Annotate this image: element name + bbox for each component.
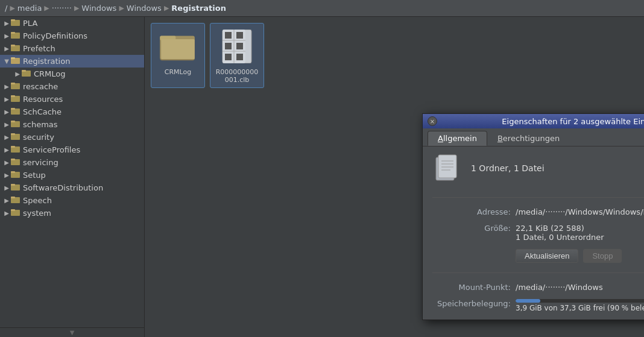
tree-arrow-icon: ▶ [2,159,11,166]
dialog-header-row: 1 Ordner, 1 Datei [432,154,644,187]
storage-row: Speicherbelegung: 3,9 GiB von 37,3 GiB f… [432,299,644,312]
folder-icon [11,56,21,66]
sidebar-item-rescache[interactable]: ▶rescache [0,80,144,93]
svg-rect-42 [225,32,232,39]
folder-icon [11,119,21,130]
sidebar-item-servicing[interactable]: ▶servicing [0,156,144,169]
breadcrumb-registration[interactable]: Registration [171,4,226,13]
file-item-crmlog-folder[interactable]: CRMLog [151,23,205,88]
svg-rect-5 [11,45,15,46]
size-sub: 1 Datei, 0 Unterordner [516,233,604,242]
breadcrumb-sep-0: ▶ [10,4,14,12]
file-area[interactable]: CRMLog R000000000001.clb × Eigen [145,17,644,337]
breadcrumb-sep-1: ▶ [44,4,49,12]
breadcrumb-root[interactable]: / [5,4,7,13]
sidebar-item-SoftwareDistribution[interactable]: ▶SoftwareDistribution [0,181,144,194]
dialog-title: Eigenschaften für 2 ausgewählte Einträge… [441,117,644,126]
breadcrumb-media[interactable]: media [17,4,42,13]
svg-rect-29 [11,197,15,198]
stop-button[interactable]: Stopp [583,249,622,263]
multi-file-icon [432,154,461,183]
tree-arrow-icon: ▶ [2,96,11,102]
folder-icon [11,31,21,41]
sidebar-item-PolicyDefinitions[interactable]: ▶PolicyDefinitions [0,30,144,42]
properties-dialog: × Eigenschaften für 2 ausgewählte Einträ… [422,113,644,320]
dialog-tabs: Allgemein Berechtigungen [423,128,644,146]
sidebar-item-security[interactable]: ▶security [0,131,144,143]
tree-arrow-icon: ▶ [2,146,11,153]
tree-arrow-icon: ▶ [2,109,11,115]
sidebar-item-Setup[interactable]: ▶Setup [0,169,144,181]
sidebar-item-CRMLog[interactable]: ▶CRMLog [0,68,144,80]
folder-icon [11,195,21,206]
breadcrumb-sep-2: ▶ [74,4,79,12]
tree-arrow-icon: ▶ [2,210,11,216]
file-item-r0000000001-file[interactable]: R000000000001.clb [210,23,264,88]
tree-arrow-icon: ▶ [2,172,11,178]
sidebar-bottom: ▼ [0,327,144,337]
svg-rect-3 [11,32,15,34]
tree-arrow-icon: ▶ [2,83,11,90]
breadcrumb-redacted[interactable]: ········ [52,4,72,13]
storage-progress-fill [516,299,540,303]
tree-arrow-icon: ▶ [2,33,11,39]
sidebar-item-label: Setup [23,171,46,180]
sidebar-content[interactable]: ▶PLA▶PolicyDefinitions▶Prefetch▼Registra… [0,17,144,327]
address-value: /media/········/Windows/Windows/Registra… [516,207,644,216]
button-row: Aktualisieren Stopp [516,249,644,263]
storage-value: 3,9 GiB von 37,3 GiB frei (90 % bele [516,304,644,312]
breadcrumb-sep-3: ▶ [119,4,124,12]
sidebar-item-Registration[interactable]: ▼Registration [0,55,144,68]
sidebar-item-PLA[interactable]: ▶PLA [0,17,144,30]
breadcrumb-bar: / ▶ media ▶ ········ ▶ Windows ▶ Windows… [0,0,644,17]
folder-icon [11,81,21,92]
sidebar-item-schemas[interactable]: ▶schemas [0,118,144,131]
tree-arrow-icon: ▼ [2,58,11,65]
folder-icon [11,43,21,54]
folder-icon [11,183,21,193]
size-value-block: 22,1 KiB (22 588) 1 Datei, 0 Unterordner [516,224,604,242]
storage-label: Speicherbelegung: [432,299,511,308]
breadcrumb-windows1[interactable]: Windows [81,4,116,13]
tab-allgemein[interactable]: Allgemein [428,131,487,146]
folder-icon [11,208,21,218]
svg-rect-43 [236,32,243,39]
sidebar-item-Speech[interactable]: ▶Speech [0,194,144,207]
sidebar-item-system[interactable]: ▶system [0,207,144,219]
svg-rect-44 [225,43,232,49]
mount-label: Mount-Punkt: [432,283,511,292]
sidebar-item-label: PolicyDefinitions [23,31,87,40]
dialog-close-button[interactable]: × [428,116,437,126]
tree-arrow-icon: ▶ [2,184,11,191]
sidebar-item-SchCache[interactable]: ▶SchCache [0,106,144,118]
address-label: Adresse: [432,207,511,216]
sidebar-item-label: Resources [23,95,63,104]
dialog-separator-2 [432,272,644,273]
update-button[interactable]: Aktualisieren [516,249,578,263]
sidebar-item-label: Prefetch [23,44,55,53]
address-row: Adresse: /media/········/Windows/Windows… [432,207,644,216]
sidebar-item-label: ServiceProfiles [23,145,80,154]
sidebar-item-ServiceProfiles[interactable]: ▶ServiceProfiles [0,143,144,156]
tree-arrow-icon: ▶ [2,20,11,27]
tab-berechtigungen[interactable]: Berechtigungen [487,131,570,146]
svg-rect-31 [11,209,15,211]
svg-rect-36 [161,39,195,59]
file-label-r0000000001-file: R000000000001.clb [214,68,260,84]
svg-rect-49 [438,155,456,178]
dialog-summary: 1 Ordner, 1 Datei [471,163,545,173]
size-row: Größe: 22,1 KiB (22 588) 1 Datei, 0 Unte… [432,224,644,242]
sidebar-item-Resources[interactable]: ▶Resources [0,93,144,106]
svg-rect-25 [11,171,15,173]
breadcrumb-windows2[interactable]: Windows [127,4,162,13]
sidebar-item-Prefetch[interactable]: ▶Prefetch [0,42,144,55]
storage-block: 3,9 GiB von 37,3 GiB frei (90 % bele [516,299,644,312]
sidebar: ▶PLA▶PolicyDefinitions▶Prefetch▼Registra… [0,17,145,337]
sidebar-item-label: security [23,133,54,142]
sidebar-item-label: SoftwareDistribution [23,183,103,192]
svg-rect-13 [11,95,15,97]
tree-arrow-icon: ▶ [2,121,11,128]
mount-value: /media/········/Windows [516,283,644,292]
tree-arrow-icon: ▶ [13,71,22,77]
dialog-separator-1 [432,197,644,198]
